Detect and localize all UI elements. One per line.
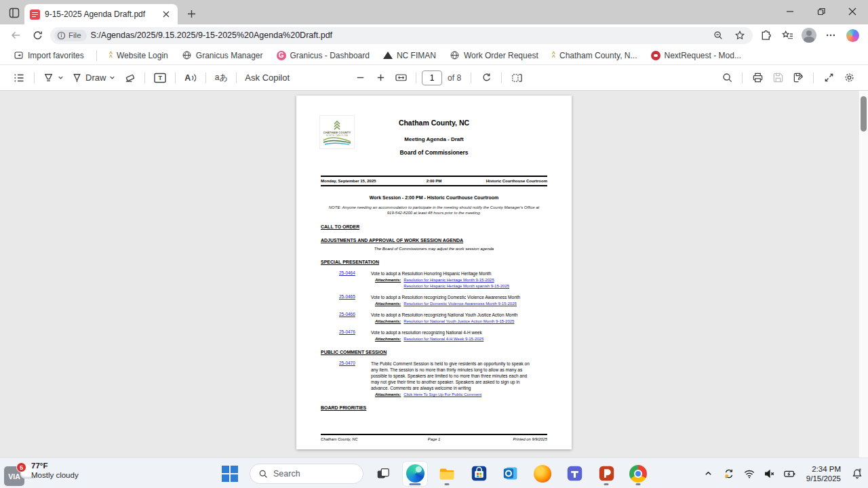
- favorite-item-nc-fiman[interactable]: NC FIMAN: [378, 49, 441, 62]
- globe-icon: [450, 50, 460, 60]
- settings-menu-icon[interactable]: [822, 26, 840, 44]
- taskbar-app-teams[interactable]: [562, 462, 587, 486]
- pdf-settings-gear-icon[interactable]: [840, 68, 859, 87]
- powerpoint-icon: [598, 465, 615, 482]
- print-icon[interactable]: [748, 68, 767, 87]
- battery-icon[interactable]: [782, 465, 798, 483]
- read-aloud-icon[interactable]: A: [181, 68, 200, 87]
- task-view-icon: [376, 466, 391, 481]
- url-text[interactable]: S:/Agendas/2025/9.15.2025/9-15-2025%20Ag…: [91, 30, 705, 40]
- favorite-item-chatham-county[interactable]: ^^ Chatham County, N...: [547, 49, 643, 62]
- taskbar-app-outlook[interactable]: [498, 462, 523, 486]
- table-of-contents-icon[interactable]: [9, 68, 28, 87]
- firefox-icon: [534, 465, 551, 483]
- extensions-icon[interactable]: [757, 26, 774, 44]
- close-button[interactable]: [837, 0, 868, 23]
- taskbar-app-powerpoint[interactable]: [594, 462, 618, 486]
- wifi-icon[interactable]: [741, 465, 757, 483]
- task-view-button[interactable]: [371, 462, 395, 486]
- agenda-item-id-link[interactable]: 25-0466: [339, 312, 371, 323]
- favorite-item-granicus-dashboard[interactable]: G Granicus - Dashboard: [271, 49, 375, 62]
- agenda-item-id-link[interactable]: 25-0470: [339, 361, 371, 396]
- address-bar[interactable]: File S:/Agendas/2025/9.15.2025/9-15-2025…: [50, 27, 753, 44]
- search-document-icon[interactable]: [717, 68, 736, 87]
- minimize-button[interactable]: [774, 0, 806, 23]
- add-text-icon[interactable]: T: [151, 68, 170, 87]
- taskbar-app-file-explorer[interactable]: [435, 462, 459, 486]
- scrollbar[interactable]: [859, 91, 868, 458]
- rotate-icon[interactable]: [477, 68, 496, 87]
- agenda-item-text: The Public Comment Session is held to gi…: [371, 361, 534, 391]
- divider: [471, 73, 471, 83]
- divider: [96, 50, 97, 61]
- agenda-item-id-link[interactable]: 25-0465: [339, 294, 371, 306]
- divider: [205, 73, 206, 83]
- favorite-item-work-order[interactable]: Work Order Request: [444, 48, 544, 62]
- logo-chevrons: [330, 120, 344, 131]
- fullscreen-icon[interactable]: [819, 68, 838, 87]
- start-button[interactable]: [218, 462, 242, 486]
- outlook-icon: [502, 465, 519, 482]
- file-explorer-icon: [438, 465, 456, 483]
- copilot-icon[interactable]: [844, 26, 861, 44]
- taskbar-app-edge[interactable]: [403, 462, 427, 486]
- agenda-item-id-link[interactable]: 25-0476: [339, 329, 371, 341]
- attachment-link[interactable]: Resolution for Hispanic Heritage Month s…: [403, 284, 509, 288]
- zoom-in-button[interactable]: [371, 68, 390, 87]
- favorites-hub-icon[interactable]: [778, 26, 796, 44]
- tab-close-icon[interactable]: [160, 8, 172, 20]
- tab-actions-icon[interactable]: [7, 5, 22, 20]
- save-icon[interactable]: [768, 68, 787, 87]
- taskbar-app-chrome[interactable]: [626, 462, 650, 486]
- volume-muted-icon[interactable]: [762, 465, 778, 483]
- ask-copilot-button[interactable]: Ask Copilot: [242, 68, 292, 87]
- page-number-input[interactable]: [422, 70, 442, 85]
- favorite-item-granicus-manager[interactable]: Granicus Manager: [176, 48, 269, 62]
- new-tab-button[interactable]: [184, 7, 198, 20]
- restore-button[interactable]: [806, 0, 837, 23]
- agenda-item: 25-0476 Vote to adopt a resolution recog…: [321, 329, 547, 341]
- favorite-item-website-login[interactable]: ^^ Website Login: [104, 49, 174, 62]
- attachment-link[interactable]: Click Here To Sign Up For Public Comment: [403, 392, 481, 396]
- profile-avatar[interactable]: [800, 26, 818, 44]
- notification-bell-icon[interactable]: [849, 465, 865, 483]
- zoom-out-button[interactable]: [351, 68, 370, 87]
- tray-show-hidden-icons[interactable]: [701, 465, 717, 483]
- draw-tool-button[interactable]: Draw: [68, 68, 119, 87]
- back-icon[interactable]: [7, 26, 24, 44]
- refresh-icon[interactable]: [28, 26, 46, 44]
- attachment-link[interactable]: Resolution for Domestic Violence Awarene…: [403, 302, 517, 306]
- temperature-label: 77°F: [31, 461, 79, 470]
- attachments-label: Attachments:: [375, 278, 401, 288]
- logo-waves: [322, 137, 352, 145]
- chevron-down-icon: [57, 74, 64, 81]
- globe-icon: [182, 50, 192, 60]
- zoom-out-icon[interactable]: [709, 26, 727, 44]
- attachment-link[interactable]: Resolution for National 4-H Week 9-15-20…: [403, 337, 484, 341]
- document-type: Meeting Agenda - Draft: [321, 136, 547, 142]
- taskbar: VIA 5 77°F Mostly cloudy Search: [0, 458, 868, 488]
- translate-icon[interactable]: aあ: [212, 68, 231, 87]
- sync-update-icon[interactable]: [721, 465, 737, 483]
- save-as-icon[interactable]: [789, 68, 808, 87]
- favorite-star-icon[interactable]: [731, 26, 749, 44]
- taskbar-app-firefox[interactable]: [530, 462, 555, 486]
- notification-badge: 5: [16, 462, 26, 472]
- eraser-icon[interactable]: [120, 68, 139, 87]
- weather-widget[interactable]: VIA 5 77°F Mostly cloudy: [0, 458, 156, 488]
- highlight-tool-button[interactable]: [40, 68, 67, 87]
- divider: [501, 73, 502, 83]
- attachment-link[interactable]: Resolution for National Youth Justice Ac…: [403, 319, 514, 323]
- site-info-badge[interactable]: File: [54, 30, 87, 41]
- attachment-link[interactable]: Resolution for Hispanic Heritage Month 9…: [403, 278, 509, 282]
- fit-to-width-icon[interactable]: [391, 68, 410, 87]
- import-favorites-button[interactable]: Import favorites: [8, 48, 90, 62]
- taskbar-clock[interactable]: 2:34 PM 9/15/2025: [802, 464, 845, 483]
- page-view-icon[interactable]: [507, 68, 526, 87]
- taskbar-search[interactable]: Search: [250, 464, 363, 484]
- scrollbar-thumb[interactable]: [861, 96, 867, 131]
- browser-tab[interactable]: 9-15-2025 Agenda Draft.pdf: [24, 4, 178, 24]
- favorite-item-nextrequest[interactable]: NextRequest - Mod...: [646, 49, 747, 62]
- taskbar-app-store[interactable]: [467, 462, 491, 486]
- agenda-item-id-link[interactable]: 25-0464: [339, 270, 371, 288]
